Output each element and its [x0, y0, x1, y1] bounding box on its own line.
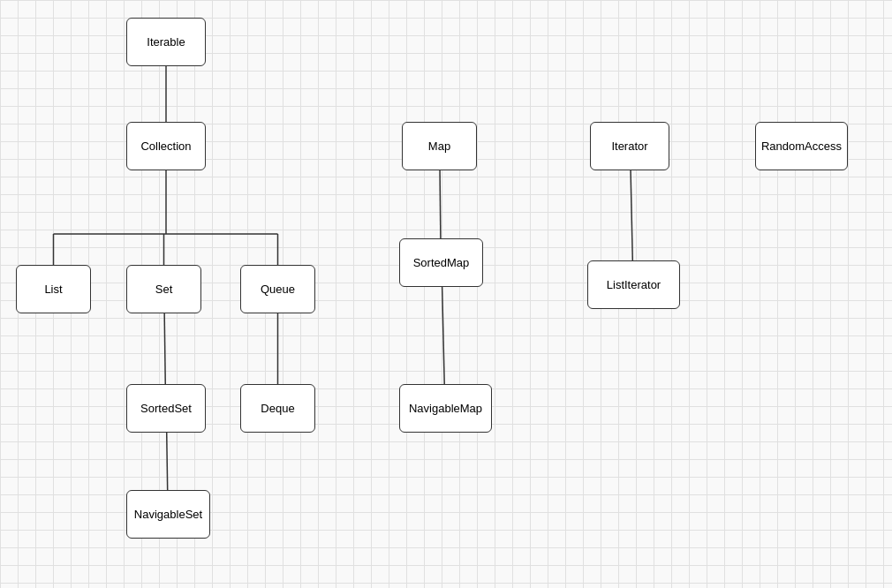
node-sortedset: SortedSet	[126, 384, 206, 433]
node-collection: Collection	[126, 122, 206, 170]
node-map: Map	[402, 122, 477, 170]
node-sortedmap: SortedMap	[399, 238, 483, 287]
node-set: Set	[126, 265, 201, 313]
node-navigableset: NavigableSet	[126, 490, 210, 539]
conn-collection-branch	[54, 170, 278, 271]
node-list: List	[16, 265, 91, 313]
diagram: IterableCollectionListSetQueueSortedSetD…	[0, 0, 892, 588]
node-randomaccess: RandomAccess	[755, 122, 848, 170]
node-listiterator: ListIterator	[587, 260, 680, 309]
node-navigablemap: NavigableMap	[399, 384, 492, 433]
node-iterator: Iterator	[590, 122, 669, 170]
node-queue: Queue	[240, 265, 315, 313]
node-iterable: Iterable	[126, 18, 206, 66]
node-deque: Deque	[240, 384, 315, 433]
